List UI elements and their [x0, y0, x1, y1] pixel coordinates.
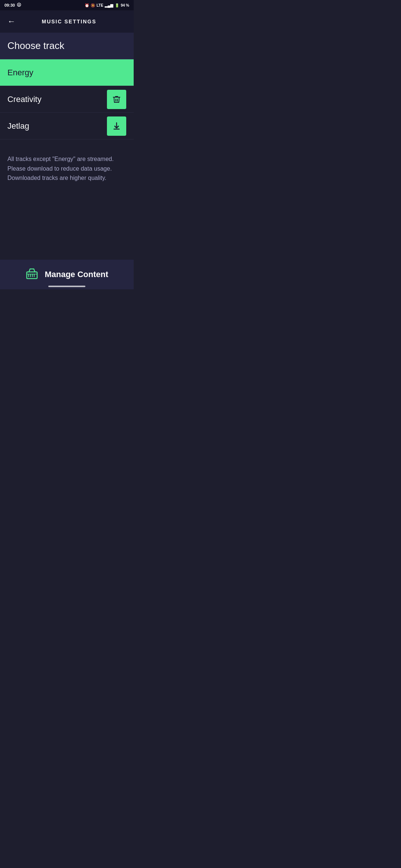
download-icon [112, 122, 121, 131]
info-section: All tracks except "Energy" are streamed.… [0, 139, 134, 190]
download-jetlag-button[interactable] [107, 116, 126, 136]
track-name-jetlag: Jetlag [7, 121, 29, 131]
alarm-icon: ⏰ [85, 3, 89, 7]
basket-icon [25, 267, 39, 283]
status-bar: 09:30 ⦿ ⏰ 🔕 LTE ▂▄▆ 🔋 94 % [0, 0, 134, 10]
page-title: MUSIC SETTINGS [23, 19, 115, 24]
status-app-icon: ⦿ [17, 3, 21, 8]
top-navigation: ← MUSIC SETTINGS [0, 10, 134, 33]
track-name-creativity: Creativity [7, 95, 42, 104]
manage-content-label: Manage Content [45, 270, 108, 279]
status-right: ⏰ 🔕 LTE ▂▄▆ 🔋 94 % [85, 3, 129, 7]
info-text: All tracks except "Energy" are streamed.… [7, 154, 126, 183]
delete-creativity-button[interactable] [107, 90, 126, 109]
section-header: Choose track [0, 33, 134, 59]
bottom-bar[interactable]: Manage Content [0, 260, 134, 289]
section-label: Choose track [7, 40, 64, 51]
track-name-energy: Energy [7, 68, 33, 78]
trash-icon [112, 95, 121, 104]
track-item-jetlag[interactable]: Jetlag [0, 113, 134, 139]
track-item-creativity[interactable]: Creativity [0, 86, 134, 113]
mute-icon: 🔕 [91, 3, 95, 7]
status-time: 09:30 [4, 3, 15, 7]
battery-level: 94 % [121, 3, 129, 7]
signal-label: LTE [97, 3, 103, 7]
track-list: Energy Creativity Jetlag [0, 59, 134, 139]
signal-bars-icon: ▂▄▆ [105, 3, 113, 7]
back-button[interactable]: ← [7, 17, 16, 26]
track-item-energy[interactable]: Energy [0, 59, 134, 86]
status-left: 09:30 ⦿ [4, 3, 21, 8]
battery-icon: 🔋 [115, 3, 119, 7]
home-indicator [48, 286, 85, 287]
